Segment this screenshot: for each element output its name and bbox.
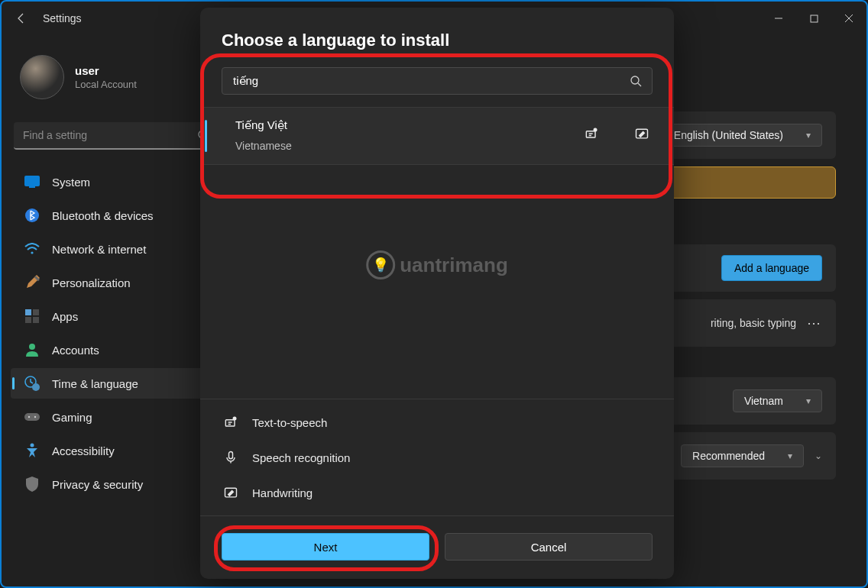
- svg-line-23: [638, 83, 641, 86]
- country-select[interactable]: Vietnam ▾: [733, 389, 822, 412]
- bluetooth-icon: [24, 208, 40, 223]
- svg-point-21: [31, 444, 34, 447]
- dialog-title: Choose a language to install: [200, 8, 674, 67]
- user-name: user: [75, 64, 137, 77]
- chevron-down-icon: ▾: [806, 396, 811, 406]
- regional-format-select[interactable]: Recommended ▾: [681, 444, 804, 467]
- close-button[interactable]: [831, 2, 866, 35]
- display-language-select[interactable]: English (United States) ▾: [662, 124, 822, 147]
- language-english-name: Vietnamese: [235, 140, 292, 152]
- svg-rect-27: [225, 420, 235, 426]
- svg-rect-11: [25, 309, 31, 315]
- clock-globe-icon: [24, 376, 40, 391]
- maximize-button[interactable]: [796, 2, 831, 35]
- sidebar-item-system[interactable]: System: [11, 166, 222, 197]
- svg-rect-18: [24, 413, 40, 421]
- svg-point-8: [25, 208, 39, 222]
- chevron-down-icon: ▾: [806, 130, 811, 141]
- chevron-down-icon: ▾: [788, 451, 792, 461]
- svg-rect-14: [33, 317, 39, 323]
- language-feature-list: writing, basic typing: [703, 317, 796, 329]
- sidebar-item-privacy[interactable]: Privacy & security: [11, 469, 222, 499]
- display-icon: [24, 174, 40, 189]
- sidebar-item-accounts[interactable]: Accounts: [11, 334, 222, 365]
- feature-legend: Text-to-speech Speech recognition Handwr…: [200, 399, 674, 515]
- brush-icon: [24, 275, 40, 290]
- text-to-speech-icon: [584, 126, 599, 144]
- chevron-down-icon: ⌄: [815, 451, 822, 461]
- more-button[interactable]: ⋯: [807, 315, 822, 331]
- sidebar-item-accessibility[interactable]: Accessibility: [11, 435, 222, 466]
- next-button[interactable]: Next: [222, 533, 429, 561]
- svg-rect-6: [24, 176, 40, 186]
- language-result-row[interactable]: Tiếng Việt Vietnamese: [200, 108, 674, 164]
- svg-point-20: [34, 416, 36, 418]
- nav-label: Time & language: [52, 377, 138, 390]
- shield-icon: [24, 477, 40, 492]
- svg-rect-12: [33, 309, 39, 315]
- sidebar: user Local Account System Bluetooth & de…: [2, 35, 231, 586]
- sidebar-item-gaming[interactable]: Gaming: [11, 402, 222, 432]
- nav-label: Apps: [52, 310, 78, 323]
- nav-label: System: [52, 176, 90, 189]
- sidebar-search-input[interactable]: [14, 122, 219, 150]
- user-block[interactable]: user Local Account: [8, 41, 225, 118]
- svg-point-28: [233, 417, 237, 421]
- svg-point-19: [28, 416, 30, 418]
- person-icon: [24, 342, 40, 357]
- nav-label: Privacy & security: [52, 478, 143, 491]
- wifi-icon: [24, 241, 40, 257]
- svg-rect-7: [29, 186, 35, 188]
- text-to-speech-icon: [223, 415, 238, 430]
- svg-rect-13: [25, 317, 31, 323]
- sidebar-item-network[interactable]: Network & internet: [11, 234, 222, 264]
- sidebar-item-apps[interactable]: Apps: [11, 301, 222, 331]
- microphone-icon: [223, 450, 238, 465]
- language-native-name: Tiếng Việt: [235, 118, 292, 132]
- avatar: [20, 55, 64, 99]
- nav-label: Personalization: [52, 276, 131, 289]
- feature-handwriting: Handwriting: [223, 485, 405, 500]
- accessibility-icon: [24, 443, 40, 458]
- search-icon: [630, 75, 642, 90]
- lightbulb-icon: 💡: [366, 250, 395, 279]
- cancel-button[interactable]: Cancel: [445, 533, 653, 561]
- sidebar-item-bluetooth[interactable]: Bluetooth & devices: [11, 200, 222, 231]
- nav-label: Accounts: [52, 344, 99, 357]
- handwriting-icon: [634, 126, 649, 144]
- svg-point-15: [29, 344, 35, 350]
- sidebar-item-time-language[interactable]: Time & language: [11, 368, 222, 399]
- svg-rect-1: [811, 15, 818, 22]
- svg-point-25: [594, 128, 598, 132]
- nav-label: Bluetooth & devices: [52, 209, 154, 222]
- nav-label: Network & internet: [52, 243, 146, 256]
- add-language-button[interactable]: Add a language: [721, 255, 822, 281]
- svg-rect-24: [586, 131, 595, 137]
- svg-point-22: [631, 76, 639, 84]
- nav-label: Accessibility: [52, 444, 115, 457]
- choose-language-dialog: Choose a language to install Tiếng Việt …: [200, 8, 674, 579]
- minimize-button[interactable]: [761, 2, 796, 35]
- feature-speech: Speech recognition: [223, 450, 405, 465]
- language-search-input[interactable]: [222, 67, 653, 95]
- nav-label: Gaming: [52, 411, 92, 424]
- watermark: 💡 uantrimang: [366, 250, 508, 279]
- back-button[interactable]: [14, 11, 29, 26]
- feature-tts: Text-to-speech: [223, 415, 405, 430]
- svg-rect-29: [229, 452, 233, 459]
- handwriting-icon: [223, 485, 238, 500]
- sidebar-item-personalization[interactable]: Personalization: [11, 267, 222, 298]
- apps-icon: [24, 309, 40, 324]
- svg-point-17: [32, 383, 40, 391]
- user-account-type: Local Account: [75, 79, 137, 90]
- svg-point-9: [31, 251, 33, 254]
- gamepad-icon: [24, 409, 40, 425]
